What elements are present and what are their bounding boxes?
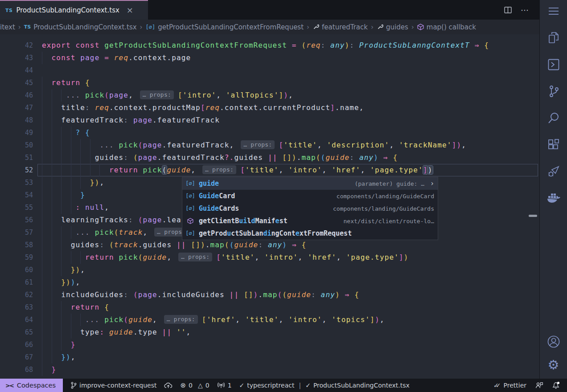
status-bar: >< Codespaces improve-context-request ⊗ … [0, 379, 567, 392]
language-status[interactable]: ✓ typescriptreact | ✓ ProductSubLandingC… [239, 382, 410, 389]
bell-icon[interactable] [552, 381, 560, 389]
account-icon[interactable] [546, 334, 561, 349]
split-editor-icon[interactable] [504, 7, 512, 13]
code-text: }), [42, 176, 104, 189]
code-text: ? { [42, 127, 90, 139]
breadcrumb-item[interactable]: [∅] getProductSubLandingContextFromReque… [146, 23, 304, 31]
code-line[interactable]: 68 } [0, 363, 539, 376]
code-line[interactable]: 45 return { [0, 77, 539, 89]
chevron-right-icon[interactable]: › [430, 180, 434, 188]
line-number: 65 [0, 326, 33, 339]
code-line[interactable]: 46 ... pick(page, … props:['intro', 'all… [0, 89, 539, 102]
code-line[interactable]: 64 ... pick(guide, … props:['href', 'tit… [0, 314, 539, 326]
problems-status[interactable]: ⊗ 0 △ 0 [180, 381, 209, 389]
code-line[interactable]: 49 ? { [0, 127, 539, 139]
code-text: ... pick(page.featuredTrack, … props:['t… [42, 139, 466, 151]
line-number: 50 [0, 139, 33, 151]
code-line[interactable]: 59 return pick(guide, … props:['title', … [0, 251, 539, 264]
run-debug-icon[interactable] [546, 164, 561, 179]
line-number: 53 [0, 176, 33, 189]
terminal-icon[interactable] [546, 57, 561, 72]
line-number: 47 [0, 102, 33, 114]
line-number: 45 [0, 77, 33, 89]
sync-status[interactable] [164, 382, 173, 388]
extensions-icon[interactable] [546, 137, 561, 152]
code-line[interactable]: 62 includeGuides: (page.includeGuides ||… [0, 289, 539, 301]
code-line[interactable]: 66 } [0, 339, 539, 351]
breadcrumb: itext › TS ProductSubLandingContext.tsx … [0, 20, 539, 34]
inlay-hint: … props: [178, 253, 212, 261]
wrench-icon [377, 24, 383, 30]
code-line[interactable]: 61 })), [0, 276, 539, 289]
double-check-icon: ✓✓ [493, 382, 501, 389]
inlay-hint: … props: [202, 165, 236, 174]
source-control-icon[interactable] [546, 84, 561, 99]
code-text: }), [42, 351, 76, 363]
code-line[interactable]: 65 type: guide.type || '', [0, 326, 539, 339]
line-number: 68 [0, 363, 33, 376]
code-text: })), [42, 276, 80, 289]
line-number: 44 [0, 64, 33, 77]
code-line[interactable]: 43 const page = req.context.page [0, 52, 539, 64]
search-icon[interactable] [546, 110, 561, 126]
breadcrumb-item[interactable]: map() callback [417, 23, 476, 31]
line-number: 63 [0, 301, 33, 314]
code-line[interactable]: 47 title: req.context.productMap[req.con… [0, 102, 539, 114]
breadcrumb-item[interactable]: TS ProductSubLandingContext.tsx [24, 23, 137, 31]
code-text: type: guide.type || '', [42, 326, 191, 339]
suggest-detail: next/dist/client/route-lo… [344, 218, 435, 225]
tab-active[interactable]: TS ProductSubLandingContext.tsx × [0, 0, 148, 20]
docker-icon[interactable] [546, 191, 561, 206]
code-text: title: req.context.productMap[req.contex… [42, 102, 364, 114]
code-text: export const getProductSubLandingContext… [42, 39, 489, 52]
code-line[interactable]: 44 [0, 64, 539, 77]
branch-status[interactable]: improve-context-request [70, 382, 156, 389]
suggest-item[interactable]: [∅]getProductSubLandingContextFromReques… [182, 227, 438, 240]
suggest-item[interactable]: [∅]GuideCardscomponents/landing/GuideCar… [182, 202, 438, 215]
broadcast-icon [217, 382, 225, 388]
settings-gear-icon[interactable]: ⚙ [546, 357, 561, 372]
suggest-item[interactable]: [∅]GuideCardcomponents/landing/GuideCard [182, 190, 438, 202]
scrollbar-thumb[interactable] [529, 215, 537, 217]
suggest-detail: components/landing/GuideCards [333, 205, 434, 212]
explorer-icon[interactable] [546, 30, 561, 45]
more-actions-icon[interactable]: ⋯ [521, 5, 530, 15]
suggest-detail: components/landing/GuideCard [337, 193, 434, 200]
code-text: const page = req.context.page [42, 52, 191, 64]
code-line[interactable]: 60 }), [0, 264, 539, 276]
code-text: }), [42, 264, 85, 276]
code-text: guides: (page.featuredTrack?.guides || [… [42, 151, 398, 164]
code-line[interactable]: 42export const getProductSubLandingConte… [0, 39, 539, 52]
suggest-item[interactable]: [∅]guide(parameter) guide: …› [182, 177, 438, 190]
remote-icon: >< [5, 382, 13, 389]
errors-icon: ⊗ [180, 381, 186, 389]
code-line[interactable]: 67 }), [0, 351, 539, 363]
branch-icon [70, 382, 77, 389]
code-line[interactable]: 48 featuredTrack: page.featuredTrack [0, 114, 539, 127]
close-icon[interactable]: × [127, 6, 133, 14]
code-text: guides: (track.guides || []).map((guide:… [42, 239, 306, 251]
wrench-icon [312, 24, 319, 30]
breadcrumb-item[interactable]: itext [0, 23, 15, 31]
line-number: 58 [0, 239, 33, 251]
line-number: 64 [0, 314, 33, 326]
feedback-icon[interactable] [535, 382, 543, 389]
breadcrumb-item[interactable]: featuredTrack [312, 23, 368, 31]
code-text: learningTracks: (page.lea [42, 214, 181, 226]
code-line[interactable]: 52 return pick(guide, … props:['title', … [0, 164, 539, 176]
code-line[interactable]: 58 guides: (track.guides || []).map((gui… [0, 239, 539, 251]
editor-actions: ⋯ [504, 0, 539, 20]
remote-indicator[interactable]: >< Codespaces [0, 379, 63, 392]
symbol-reference-icon: [∅] [185, 193, 196, 199]
suggest-item[interactable]: getClientBuildManifestnext/dist/client/r… [182, 215, 438, 227]
code-line[interactable]: 63 return { [0, 301, 539, 314]
menu-icon[interactable] [546, 4, 561, 19]
codespaces-label: Codespaces [17, 382, 56, 389]
warnings-icon: △ [198, 382, 203, 389]
ports-status[interactable]: 1 [217, 382, 232, 389]
code-text: includeGuides: (page.includeGuides || []… [42, 289, 359, 301]
code-line[interactable]: 51 guides: (page.featuredTrack?.guides |… [0, 151, 539, 164]
breadcrumb-item[interactable]: guides [377, 23, 408, 31]
formatter-status[interactable]: ✓✓ Prettier [493, 382, 526, 389]
code-line[interactable]: 50 ... pick(page.featuredTrack, … props:… [0, 139, 539, 151]
